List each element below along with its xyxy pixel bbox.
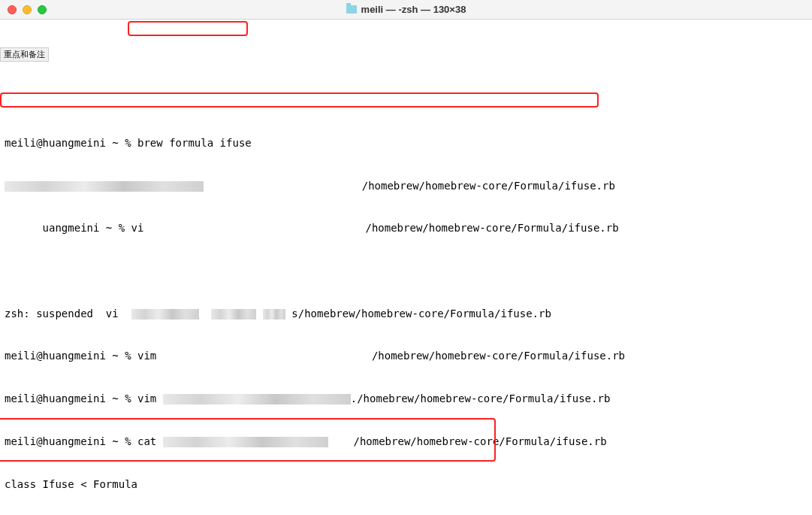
cmd-cat: cat xyxy=(137,435,156,447)
window-titlebar: meili — -zsh — 130×38 xyxy=(0,0,812,20)
output-path: /homebrew/homebrew-core/Formula/ifuse.rb xyxy=(362,180,615,192)
zsh-suspended: zsh: suspended vi xyxy=(5,307,119,320)
minimize-button[interactable] xyxy=(23,5,32,14)
window-title-text: meili — -zsh — 130×38 xyxy=(361,3,466,17)
prompt: meili@huangmeini xyxy=(5,137,106,149)
annotation-label: 重点和备注 xyxy=(0,47,49,62)
close-button[interactable] xyxy=(8,5,17,14)
prompt-alt: uangmeini xyxy=(43,222,100,234)
terminal-content[interactable]: 重点和备注 meili@huangmeini ~ % brew formula … xyxy=(0,20,812,515)
folder-icon xyxy=(346,5,357,14)
cmd-vi: vi xyxy=(131,222,144,234)
cmd-brew: brew formula ifuse xyxy=(137,137,252,149)
highlight-box-vim-line xyxy=(0,92,599,108)
cmd-vim: vim xyxy=(137,350,156,362)
traffic-lights xyxy=(0,5,47,14)
highlight-box-command xyxy=(128,21,248,36)
maximize-button[interactable] xyxy=(38,5,47,14)
class-line: class Ifuse < Formula xyxy=(5,477,807,492)
window-title: meili — -zsh — 130×38 xyxy=(0,3,812,17)
